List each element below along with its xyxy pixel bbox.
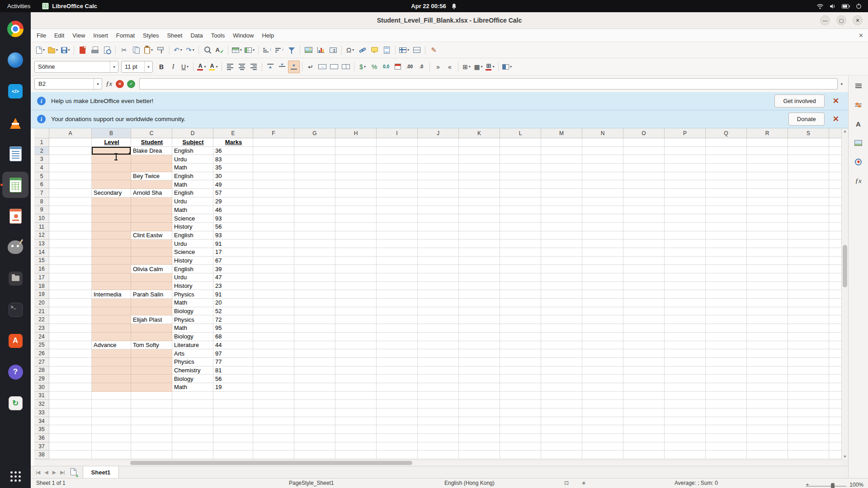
row-header-4[interactable]: 4 (34, 164, 49, 172)
cell-D26[interactable]: Arts (172, 349, 213, 358)
cell-A16[interactable] (49, 265, 92, 273)
cell-F12[interactable] (253, 231, 294, 240)
cell-N29[interactable] (582, 375, 623, 383)
row-header-14[interactable]: 14 (34, 248, 49, 257)
cell-E30[interactable]: 19 (213, 383, 253, 392)
cell-P36[interactable] (665, 434, 706, 442)
cell-S9[interactable] (788, 206, 829, 215)
cell-N24[interactable] (582, 333, 623, 341)
cell-C15[interactable] (131, 257, 172, 265)
cell-L10[interactable] (500, 214, 541, 223)
close-infobar-icon[interactable]: ✕ (830, 114, 842, 124)
cell-F10[interactable] (253, 214, 294, 223)
cell-L5[interactable] (500, 172, 541, 181)
cell-F37[interactable] (253, 442, 294, 451)
paste-dropdown-icon[interactable]: ▾ (151, 48, 153, 52)
cell-R12[interactable] (747, 231, 788, 240)
cell-N11[interactable] (582, 223, 623, 231)
delete-decimal-place[interactable]: .0 (415, 61, 427, 73)
cell-H19[interactable] (335, 290, 377, 299)
cell-B4[interactable] (92, 164, 131, 172)
underline[interactable]: U▾ (179, 61, 191, 73)
redo-dropdown-icon[interactable]: ▾ (193, 48, 194, 52)
cell-R17[interactable] (747, 273, 788, 282)
cell-M5[interactable] (541, 172, 582, 181)
cell-H37[interactable] (335, 442, 377, 451)
cell-H22[interactable] (335, 315, 377, 324)
autofilter[interactable] (285, 44, 297, 56)
cell-K17[interactable] (459, 273, 500, 282)
font-name-combo[interactable]: Söhne ▾ (34, 61, 118, 73)
cell-D13[interactable]: Urdu (172, 239, 213, 248)
cell-E5[interactable]: 30 (213, 172, 253, 181)
cell-B38[interactable] (92, 450, 131, 459)
cell-K37[interactable] (459, 442, 500, 451)
cell-H16[interactable] (335, 265, 377, 273)
cell-F15[interactable] (253, 257, 294, 265)
cell-R29[interactable] (747, 375, 788, 383)
cell-A25[interactable] (49, 341, 92, 350)
cell-J34[interactable] (418, 417, 459, 426)
cell-C28[interactable] (131, 366, 172, 375)
cell-Q37[interactable] (706, 442, 747, 451)
row-header-29[interactable]: 29 (34, 375, 49, 383)
cell-P2[interactable] (665, 147, 706, 155)
cell-A3[interactable] (49, 155, 92, 164)
redo[interactable]: ↷▾ (184, 44, 196, 56)
format-currency[interactable]: $▾ (357, 61, 368, 73)
cell-P27[interactable] (665, 358, 706, 366)
print-preview[interactable] (101, 44, 113, 56)
cell-S7[interactable] (788, 189, 829, 197)
cell-A7[interactable] (49, 189, 92, 197)
cell-K5[interactable] (459, 172, 500, 181)
cell-M8[interactable] (541, 197, 582, 206)
cell-I22[interactable] (377, 315, 418, 324)
row-header-19[interactable]: 19 (34, 290, 49, 299)
row-header-5[interactable]: 5 (34, 172, 49, 181)
show-draw-functions[interactable]: ✎ (428, 44, 440, 56)
cell-R28[interactable] (747, 366, 788, 375)
cell-K26[interactable] (459, 349, 500, 358)
cell-R38[interactable] (747, 450, 788, 459)
cell-N33[interactable] (582, 408, 623, 417)
cell-J19[interactable] (418, 290, 459, 299)
cell-C31[interactable] (131, 392, 172, 400)
row-header-13[interactable]: 13 (34, 239, 49, 248)
bold[interactable]: B (156, 61, 167, 73)
cell-S24[interactable] (788, 333, 829, 341)
cell-S16[interactable] (788, 265, 829, 273)
cell-P33[interactable] (665, 408, 706, 417)
cell-I6[interactable] (377, 180, 418, 189)
cell-S18[interactable] (788, 282, 829, 291)
cell-A38[interactable] (49, 450, 92, 459)
cell-K31[interactable] (459, 392, 500, 400)
cell-F19[interactable] (253, 290, 294, 299)
cell-A13[interactable] (49, 239, 92, 248)
cell-A27[interactable] (49, 358, 92, 366)
cell-H38[interactable] (335, 450, 377, 459)
cell-C27[interactable] (131, 358, 172, 366)
cell-O28[interactable] (623, 366, 665, 375)
cell-C25[interactable]: Tom Softy (131, 341, 172, 350)
cell-S33[interactable] (788, 408, 829, 417)
cell-D28[interactable]: Chemistry (172, 366, 213, 375)
add-decimal-place[interactable]: .00 (404, 61, 415, 73)
cell-M22[interactable] (541, 315, 582, 324)
cell-R18[interactable] (747, 282, 788, 291)
cell-K24[interactable] (459, 333, 500, 341)
cell-L6[interactable] (500, 180, 541, 189)
cell-L8[interactable] (500, 197, 541, 206)
cell-C6[interactable] (131, 180, 172, 189)
cell-Q11[interactable] (706, 223, 747, 231)
cell-A11[interactable] (49, 223, 92, 231)
cell-B22[interactable] (92, 315, 131, 324)
insert-special-character-dropdown-icon[interactable]: ▾ (352, 48, 354, 52)
document-modified-icon[interactable]: ∗ (581, 480, 586, 486)
cell-B6[interactable] (92, 180, 131, 189)
cell-C16[interactable]: Olivia Calm (131, 265, 172, 273)
cell-I30[interactable] (377, 383, 418, 392)
show-applications-button[interactable] (10, 471, 21, 482)
cell-M21[interactable] (541, 307, 582, 316)
open[interactable]: ▾ (47, 44, 59, 56)
row-header-31[interactable]: 31 (34, 392, 49, 400)
